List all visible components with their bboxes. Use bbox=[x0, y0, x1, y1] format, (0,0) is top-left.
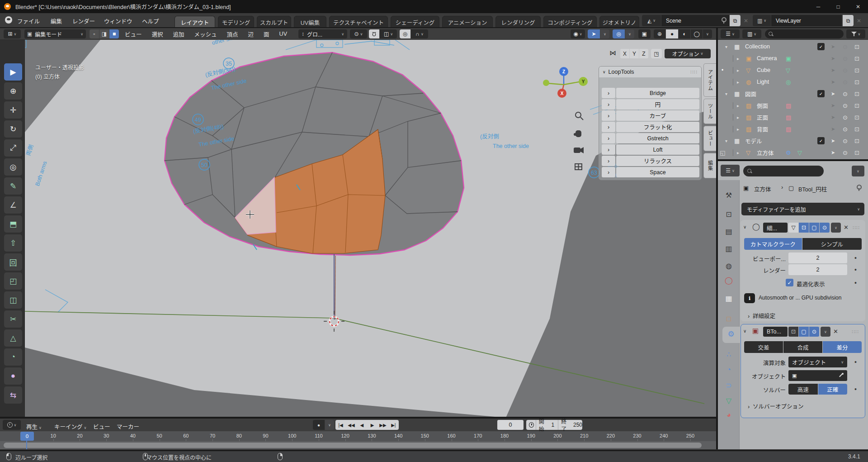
menu-file[interactable]: ファイル bbox=[17, 17, 40, 25]
outliner-row-側面[interactable]: │▸▨側面▨➤⊙⊡ bbox=[718, 100, 868, 111]
light-icon[interactable]: ◍ bbox=[746, 76, 751, 88]
outliner-search-input[interactable] bbox=[765, 29, 844, 38]
snap-toggle[interactable]: Ω bbox=[369, 29, 379, 38]
collection-icon[interactable]: ▦ bbox=[734, 135, 740, 147]
disclosure-icon[interactable]: ▾ bbox=[725, 135, 727, 147]
viewport-menu-6[interactable]: 辺 bbox=[248, 30, 254, 38]
add-modifier-button[interactable]: モディファイアーを追加∨ bbox=[741, 203, 864, 215]
select-mode-vertex[interactable]: ▫ bbox=[90, 29, 99, 38]
play-button[interactable]: ▶ bbox=[367, 423, 377, 428]
active-object-dot[interactable]: • bbox=[722, 64, 723, 76]
outliner-row-図面[interactable]: ▾▦図面✓➤⊙⊡ bbox=[718, 88, 868, 100]
close-button[interactable]: ✕ bbox=[848, 0, 868, 13]
solver-正確[interactable]: 正確 bbox=[818, 384, 848, 395]
tool-transform[interactable]: ◎ bbox=[4, 158, 22, 176]
tab-object-data[interactable]: ▽ bbox=[719, 393, 739, 408]
render-visibility-icon[interactable]: ⊡ bbox=[854, 64, 859, 76]
selectable-toggle-icon[interactable]: ➤ bbox=[831, 111, 835, 123]
looptools-item-1[interactable]: Bridge bbox=[616, 88, 699, 98]
divider[interactable] bbox=[716, 28, 718, 449]
sidebar-tab-4[interactable]: 編集 bbox=[703, 153, 716, 178]
scene-browse-button[interactable]: ◭∨ bbox=[642, 15, 661, 26]
boolean-grip-icon[interactable]: ∷∷ bbox=[852, 329, 859, 335]
image-data-icon[interactable]: ▨ bbox=[786, 111, 791, 123]
tab-output[interactable]: ▤ bbox=[719, 224, 739, 239]
tool-knife[interactable]: ✂ bbox=[4, 310, 22, 328]
outliner-label[interactable]: 図面 bbox=[745, 88, 756, 100]
select-mode-face[interactable]: ■ bbox=[109, 29, 119, 38]
workspace-tab-5[interactable]: テクスチャペイント bbox=[329, 16, 388, 28]
jump-start-button[interactable]: |◀ bbox=[335, 423, 346, 428]
looptools-item-6[interactable]: Loft bbox=[616, 144, 699, 155]
current-frame-field[interactable]: 0 bbox=[497, 420, 524, 430]
mirror-icon[interactable]: ⋈ bbox=[609, 49, 616, 57]
subsurf-render-toggle[interactable]: ⊙ bbox=[820, 223, 830, 233]
proportional-falloff-dropdown[interactable]: ∩∨ bbox=[411, 29, 428, 38]
menu-edit[interactable]: 編集 bbox=[51, 17, 62, 25]
hide-toggle-icon[interactable]: ⊙ bbox=[843, 64, 848, 76]
timeline-scrollbar[interactable] bbox=[4, 443, 702, 448]
sidebar-tab-3[interactable]: ビュー bbox=[703, 126, 716, 151]
operation-合成[interactable]: 合成 bbox=[783, 341, 822, 353]
shading-solid-button[interactable]: ● bbox=[666, 29, 678, 38]
select-mode-edge[interactable]: ◨ bbox=[99, 29, 109, 38]
image-data-icon[interactable]: ▨ bbox=[786, 100, 791, 111]
properties-search-input[interactable] bbox=[743, 166, 824, 176]
mirror-x-button[interactable]: X bbox=[620, 49, 629, 58]
outliner-row-Light[interactable]: │▸◍Light◎➤⊙⊡ bbox=[718, 76, 868, 88]
gizmo-dropdown[interactable]: ∨ bbox=[600, 29, 609, 38]
eyedropper-icon[interactable] bbox=[838, 373, 844, 378]
tool-inset-faces[interactable]: 回 bbox=[4, 253, 22, 271]
tool-rotate[interactable]: ↻ bbox=[4, 120, 22, 138]
image-empty-icon[interactable]: ▨ bbox=[746, 100, 751, 111]
tab-object[interactable]: □ bbox=[719, 311, 739, 327]
tab-material[interactable]: ◕ bbox=[719, 407, 739, 423]
looptools-item-4[interactable]: フラット化 bbox=[616, 122, 699, 132]
workspace-tab-10[interactable]: ジオメトリノ bbox=[599, 16, 639, 28]
hierarchy-line[interactable]: │ bbox=[731, 111, 735, 123]
camera-data-icon[interactable]: ▣ bbox=[786, 52, 791, 64]
tool-spin[interactable]: ◔ bbox=[4, 348, 22, 366]
looptools-expand-5[interactable]: › bbox=[602, 133, 615, 143]
shading-material-button[interactable]: ◐ bbox=[679, 29, 690, 38]
start-frame-value[interactable]: 1 bbox=[552, 422, 555, 428]
render-visibility-icon[interactable]: ⊡ bbox=[854, 123, 859, 135]
outliner-row-Collection[interactable]: ▾▦Collection✓➤⊙⊡ bbox=[718, 41, 868, 52]
properties-editor-type-button[interactable]: ☰∨ bbox=[721, 165, 740, 176]
tool-annotate[interactable]: ✎ bbox=[4, 177, 22, 195]
solver-tabs[interactable]: 高速正確 bbox=[788, 384, 847, 395]
tool-scale[interactable]: ⤢ bbox=[4, 139, 22, 157]
viewport-menu-7[interactable]: 面 bbox=[264, 30, 269, 38]
collection-icon[interactable]: ▦ bbox=[734, 88, 740, 100]
breadcrumb-object[interactable]: 立方体 bbox=[754, 185, 771, 193]
outliner-filter-type-dropdown[interactable]: ▥∨ bbox=[742, 29, 761, 38]
subsurf-realtime-toggle[interactable]: ▢ bbox=[809, 223, 819, 233]
tab-catmull-clark[interactable]: カトマルクラーク bbox=[744, 238, 802, 250]
selectable-toggle-icon[interactable]: ➤ bbox=[831, 123, 835, 135]
render-visibility-icon[interactable]: ⊡ bbox=[854, 147, 859, 158]
disclosure-icon[interactable]: ▸ bbox=[737, 100, 739, 111]
tool-cursor[interactable]: ⊕ bbox=[4, 82, 22, 100]
camera-icon[interactable]: ▣ bbox=[746, 52, 751, 64]
tool-poly-build[interactable]: △ bbox=[4, 329, 22, 347]
outliner-row-Camera[interactable]: │▸▣Camera▣➤⊙⊡ bbox=[718, 52, 868, 64]
looptools-header[interactable]: ∨ LoopTools ∷∷ bbox=[599, 67, 701, 77]
tab-collection[interactable]: ▦ bbox=[719, 291, 739, 306]
boolean-realtime-toggle[interactable]: ▢ bbox=[799, 327, 809, 337]
pivot-point-dropdown[interactable]: ⊙∨ bbox=[350, 29, 367, 38]
workspace-tab-1[interactable]: レイアウト bbox=[175, 16, 215, 28]
tab-simple[interactable]: シンプル bbox=[802, 238, 862, 250]
tab-constraints[interactable]: ⊃ bbox=[719, 377, 739, 393]
menu-help[interactable]: ヘルプ bbox=[142, 17, 159, 25]
gizmo-axis-y-neg[interactable] bbox=[543, 80, 549, 86]
looptools-expand-7[interactable]: › bbox=[602, 156, 615, 166]
keying-dropdown[interactable]: ∨ bbox=[325, 420, 334, 430]
tool-bevel[interactable]: ◰ bbox=[4, 272, 22, 290]
sidebar-tab-1[interactable]: アイテム bbox=[703, 63, 716, 97]
transform-orientation-dropdown[interactable]: ↕グロ...∨ bbox=[298, 29, 347, 38]
looptools-expand-2[interactable]: › bbox=[602, 99, 615, 110]
workspace-tab-7[interactable]: アニメーション bbox=[442, 16, 493, 28]
hide-toggle-icon[interactable]: ⊙ bbox=[843, 76, 848, 88]
collection-checkbox[interactable]: ✓ bbox=[817, 43, 825, 50]
blender-menu-icon[interactable] bbox=[5, 16, 12, 24]
